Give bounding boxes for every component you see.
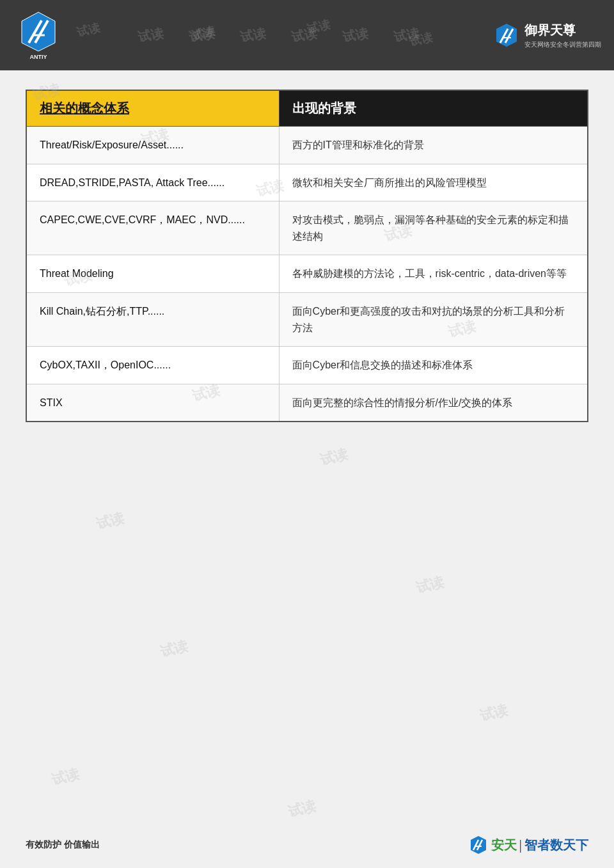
table-cell-right: 对攻击模式，脆弱点，漏洞等各种基础的安全元素的标定和描述结构: [279, 201, 588, 255]
brand-name: 御界天尊: [524, 22, 601, 39]
concept-table: 相关的概念体系 出现的背景 Threat/Risk/Exposure/Asset…: [26, 90, 588, 422]
col2-header: 出现的背景: [279, 90, 588, 127]
table-row: STIX面向更完整的综合性的情报分析/作业/交换的体系: [26, 384, 588, 422]
footer-bar: |: [519, 838, 522, 852]
table-cell-left: Threat Modeling: [26, 255, 279, 293]
header-wm: 试读: [137, 24, 165, 46]
table-row: Kill Chain,钻石分析,TTP......面向Cyber和更高强度的攻击…: [26, 292, 588, 346]
table-cell-left: CybOX,TAXII，OpenIOC......: [26, 347, 279, 384]
footer-logo-icon: [468, 835, 489, 855]
table-row: Threat Modeling各种威胁建模的方法论，工具，risk-centri…: [26, 255, 588, 293]
table-cell-left: Kill Chain,钻石分析,TTP......: [26, 292, 279, 346]
svg-marker-0: [22, 12, 55, 51]
footer-blue-text: 智者数天下: [524, 838, 588, 852]
svg-marker-4: [496, 24, 517, 47]
footer-right: 安天|智者数天下: [468, 835, 588, 855]
footer-left-text: 有效防护 价值输出: [26, 839, 100, 851]
watermark: 试读: [158, 636, 190, 662]
table-cell-right: 微软和相关安全厂商所推出的风险管理模型: [279, 164, 588, 201]
watermark: 试读: [478, 700, 510, 726]
header-wm: 试读: [342, 24, 370, 46]
header-wm-row: 试读 试读 试读 试读 试读 试读: [64, 27, 494, 44]
table-cell-right: 各种威胁建模的方法论，工具，risk-centric，data-driven等等: [279, 255, 588, 293]
table-row: Threat/Risk/Exposure/Asset......西方的IT管理和…: [26, 127, 588, 164]
header-wm: 试读: [239, 24, 267, 46]
footer-green-text: 安天: [491, 838, 517, 852]
table-cell-right: 西方的IT管理和标准化的背景: [279, 127, 588, 164]
col1-header: 相关的概念体系: [26, 90, 279, 127]
watermark: 试读: [286, 796, 318, 822]
table-cell-left: STIX: [26, 384, 279, 422]
watermark: 试读: [318, 445, 350, 470]
header-logo: ANTIY: [13, 8, 64, 63]
main-content: 相关的概念体系 出现的背景 Threat/Risk/Exposure/Asset…: [0, 70, 614, 441]
table-cell-right: 面向更完整的综合性的情报分析/作业/交换的体系: [279, 384, 588, 422]
table-cell-left: DREAD,STRIDE,PASTA, Attack Tree......: [26, 164, 279, 201]
table-row: CybOX,TAXII，OpenIOC......面向Cyber和信息交换的描述…: [26, 347, 588, 384]
watermark: 试读: [49, 764, 81, 790]
footer: 有效防护 价值输出 安天|智者数天下: [26, 835, 588, 855]
watermark: 试读: [94, 509, 126, 534]
table-cell-right: 面向Cyber和更高强度的攻击和对抗的场景的分析工具和分析方法: [279, 292, 588, 346]
table-row: DREAD,STRIDE,PASTA, Attack Tree......微软和…: [26, 164, 588, 201]
table-row: CAPEC,CWE,CVE,CVRF，MAEC，NVD......对攻击模式，脆…: [26, 201, 588, 255]
footer-logo-text: 安天|智者数天下: [491, 837, 588, 854]
table-cell-left: Threat/Risk/Exposure/Asset......: [26, 127, 279, 164]
header-right-logo: 御界天尊 安天网络安全冬训营第四期: [494, 22, 601, 49]
header-wm: 试读: [393, 24, 421, 46]
logo-label: ANTIY: [30, 54, 47, 60]
header-wm: 试读: [188, 24, 216, 46]
header: ANTIY 试读 试读 试读 试读 试读 试读 御界天尊 安天网络安全冬训营第四…: [0, 0, 614, 70]
logo-svg: [19, 11, 58, 52]
header-wm: 试读: [290, 24, 319, 46]
table-cell-left: CAPEC,CWE,CVE,CVRF，MAEC，NVD......: [26, 201, 279, 255]
table-cell-right: 面向Cyber和信息交换的描述和标准体系: [279, 347, 588, 384]
svg-marker-8: [471, 836, 486, 854]
brand-sub: 安天网络安全冬训营第四期: [524, 40, 601, 49]
watermark: 试读: [414, 572, 446, 598]
right-logo-icon: [494, 22, 519, 48]
